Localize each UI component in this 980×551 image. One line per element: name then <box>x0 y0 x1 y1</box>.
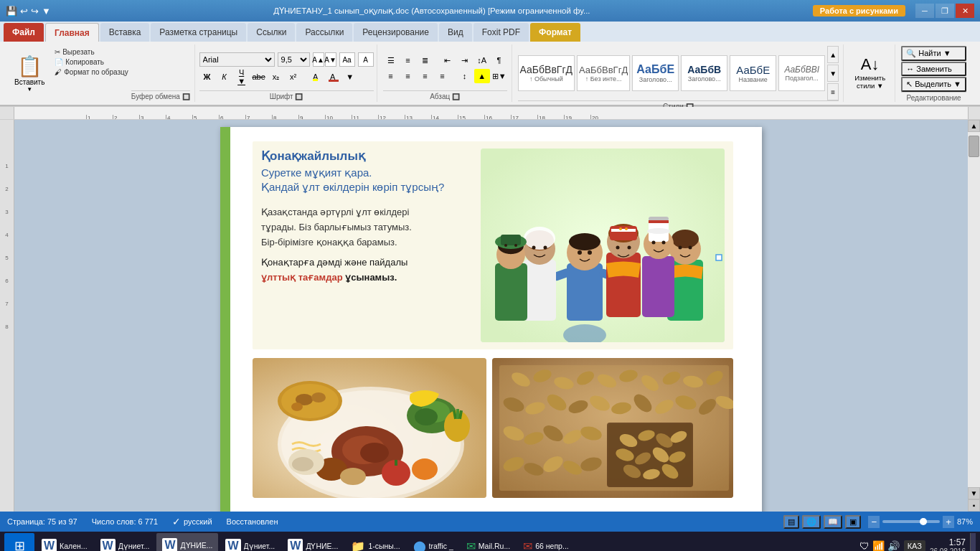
styles-scroll-up[interactable]: ▲ <box>827 46 839 63</box>
tab-mailings[interactable]: Рассылки <box>296 23 352 42</box>
show-desktop-button[interactable] <box>970 533 976 551</box>
undo-button[interactable]: ↩ <box>20 6 28 17</box>
font-family-select[interactable]: Arial <box>199 52 275 67</box>
find-button[interactable]: 🔍 Найти ▼ <box>901 46 966 61</box>
tab-file[interactable]: Файл <box>4 23 44 42</box>
para-row1: ☰ ≡ ≣ ⇤ ⇥ ↕A ¶ <box>383 53 507 67</box>
borders-button[interactable]: ⊞▼ <box>491 69 507 83</box>
taskbar-item-5[interactable]: 📁 1-сыны... <box>345 533 405 551</box>
tab-page-layout[interactable]: Разметка страницы <box>151 23 246 42</box>
font-color-button[interactable]: A <box>325 70 341 84</box>
close-button[interactable]: ✕ <box>956 4 974 18</box>
select-button[interactable]: ↖ Выделить ▼ <box>901 77 966 92</box>
food-images-section <box>253 358 733 498</box>
tab-references[interactable]: Ссылки <box>248 23 295 42</box>
language-button[interactable]: КАЗ <box>904 540 925 551</box>
style-title[interactable]: АаБбЕ Название <box>730 55 776 91</box>
tab-foxit[interactable]: Foxit PDF <box>473 23 529 42</box>
tab-home[interactable]: Главная <box>45 23 99 42</box>
tab-insert[interactable]: Вставка <box>100 23 150 42</box>
bullets-button[interactable]: ☰ <box>383 53 399 67</box>
decrease-indent-button[interactable]: ⇤ <box>440 53 456 67</box>
increase-indent-button[interactable]: ⇥ <box>457 53 473 67</box>
word-icon-3: W <box>225 539 240 551</box>
font-size-shrink-button[interactable]: A▼ <box>325 52 336 67</box>
style-no-interval[interactable]: АаБбВвГгД ↑ Без инте... <box>577 55 630 91</box>
italic-button[interactable]: К <box>217 70 232 84</box>
style-normal[interactable]: АаБбВвГгД ↑ Обычный <box>518 55 575 91</box>
justify-button[interactable]: ≡ <box>435 69 451 83</box>
taskbar-item-7[interactable]: ✉ Mail.Ru... <box>461 533 516 551</box>
antivirus-icon[interactable]: 🛡 <box>859 540 870 551</box>
save-button[interactable]: 💾 <box>6 6 17 17</box>
scroll-down-button[interactable]: ▼ <box>968 487 980 499</box>
align-center-button[interactable]: ≡ <box>400 69 416 83</box>
taskbar-item-4[interactable]: W ДҮНИЕ... <box>282 533 344 551</box>
view-normal-button[interactable]: ▤ <box>783 515 799 529</box>
view-print-button[interactable]: ▣ <box>845 515 861 529</box>
taskbar-item-2[interactable]: W ДҮНИЕ... <box>156 533 218 551</box>
spell-check-icon[interactable]: ✓ русский <box>172 516 212 527</box>
tab-review[interactable]: Рецензирование <box>354 23 438 42</box>
sort-button[interactable]: ↕A <box>474 53 490 67</box>
volume-icon[interactable]: 🔊 <box>887 540 900 551</box>
taskbar-item-6[interactable]: ⬤ traffic _ <box>407 533 459 551</box>
customize-qat-button[interactable]: ▼ <box>42 6 51 17</box>
minimize-button[interactable]: ─ <box>915 4 934 18</box>
window-controls[interactable]: ─ ❐ ✕ <box>915 4 974 18</box>
clear-format-button[interactable]: Aa <box>339 52 355 67</box>
style-heading1[interactable]: АаБбЕ Заголово... <box>632 55 679 91</box>
scroll-track[interactable] <box>968 132 980 487</box>
taskbar-item-0[interactable]: W Кален... <box>36 533 93 551</box>
text-highlight-button[interactable]: A <box>308 70 324 84</box>
start-button[interactable]: ⊞ <box>4 533 34 551</box>
strikethrough-button[interactable]: abe <box>251 70 267 84</box>
numbering-button[interactable]: ≡ <box>400 53 416 67</box>
subscript-button[interactable]: x₂ <box>268 70 284 84</box>
network-icon[interactable]: 📶 <box>872 540 885 551</box>
scroll-up-button[interactable]: ▲ <box>968 120 980 132</box>
para2-end: ұсынамыз. <box>345 272 397 283</box>
change-styles-btn[interactable]: A↓ Изменить стили ▼ <box>852 46 888 99</box>
replace-button[interactable]: ↔ Заменить <box>901 62 966 76</box>
styles-scroll-down[interactable]: ▼ <box>827 65 839 82</box>
taskbar-item-3[interactable]: W Дүниет... <box>220 533 281 551</box>
align-right-button[interactable]: ≡ <box>418 69 433 83</box>
show-formatting-button[interactable]: ¶ <box>491 53 507 67</box>
copy-button[interactable]: 📄 Копировать <box>52 57 131 67</box>
superscript-button[interactable]: x² <box>286 70 301 84</box>
quick-access-toolbar[interactable]: 💾 ↩ ↪ ▼ <box>6 6 51 17</box>
editing-buttons: 🔍 Найти ▼ ↔ Заменить ↖ Выделить ▼ <box>901 46 966 92</box>
style-subtitle[interactable]: АаБбВВІ Подзагол... <box>778 55 825 91</box>
paste-button[interactable]: 📋 Вставить ▼ <box>9 46 50 100</box>
format-tab-label[interactable]: Работа с рисунками <box>813 5 905 17</box>
multilevel-button[interactable]: ≣ <box>418 53 433 67</box>
cut-button[interactable]: ✂ Вырезать <box>52 47 131 57</box>
scroll-thumb[interactable] <box>969 136 979 157</box>
restore-button[interactable]: ❐ <box>936 4 954 18</box>
styles-more-button[interactable]: ≡ <box>827 83 839 100</box>
font-size-select[interactable]: 9,5 <box>278 52 310 67</box>
style-heading2[interactable]: АаБбВ Заголово... <box>681 55 727 91</box>
underline-button[interactable]: Ч ▼ <box>234 70 250 84</box>
taskbar-item-1[interactable]: W Дүниет... <box>95 533 156 551</box>
bold-button[interactable]: Ж <box>199 70 215 84</box>
scroll-corner: ▪ <box>968 499 980 512</box>
line-spacing-button[interactable]: ↕ <box>457 69 473 83</box>
taskbar-item-8[interactable]: ✉ 66 непр... <box>517 533 575 551</box>
align-left-button[interactable]: ≡ <box>383 69 399 83</box>
vertical-scrollbar[interactable]: ▲ ▼ ▪ <box>968 120 980 512</box>
tab-format[interactable]: Формат <box>530 23 580 42</box>
font-color-dropdown[interactable]: ▼ <box>342 70 358 84</box>
font-size-grow-button[interactable]: A▲ <box>313 52 324 67</box>
view-read-button[interactable]: 📖 <box>824 515 842 529</box>
zoom-slider[interactable] <box>882 520 940 523</box>
redo-button[interactable]: ↪ <box>31 6 39 17</box>
format-copy-button[interactable]: 🖌 Формат по образцу <box>52 67 131 77</box>
zoom-in-button[interactable]: + <box>943 516 954 528</box>
text-effects-button[interactable]: A <box>358 52 374 67</box>
view-web-button[interactable]: 🌐 <box>802 515 821 529</box>
tab-view[interactable]: Вид <box>439 23 472 42</box>
shading-button[interactable]: ▲ <box>474 69 490 83</box>
zoom-out-button[interactable]: − <box>868 516 880 528</box>
